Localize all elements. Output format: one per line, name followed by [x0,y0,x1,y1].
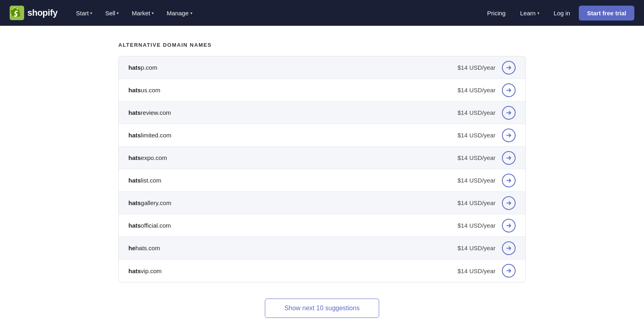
domain-name: hatsp.com [128,64,458,71]
domain-bold: he [128,245,136,251]
domain-rest: limited.com [141,132,171,139]
chevron-down-icon: ▾ [152,11,154,15]
arrow-right-icon [506,133,512,138]
domain-row: hatsreview.com $14 USD/year [119,102,525,124]
arrow-right-icon [506,200,512,206]
domain-price: $14 USD/year [458,222,495,229]
domain-row: hatsus.com $14 USD/year [119,79,525,102]
domain-select-button[interactable] [502,174,516,187]
domain-bold: hats [128,222,141,229]
domain-price: $14 USD/year [458,177,495,184]
nav-pricing[interactable]: Pricing [481,6,511,20]
arrow-right-icon [506,245,512,251]
domain-select-button[interactable] [502,264,516,278]
arrow-right-icon [506,65,512,71]
show-next-button[interactable]: Show next 10 suggestions [265,299,380,318]
nav-start[interactable]: Start ▾ [70,6,98,20]
chevron-down-icon: ▾ [117,11,119,15]
domain-price: $14 USD/year [458,132,495,139]
domain-price: $14 USD/year [458,87,495,93]
domain-select-button[interactable] [502,83,516,97]
arrow-right-icon [506,87,512,93]
arrow-right-icon [506,178,512,183]
domain-bold: hats [128,154,141,161]
arrow-right-icon [506,110,512,116]
domain-name: hatsus.com [128,87,458,93]
domain-bold: hats [128,177,141,184]
domain-rest: p.com [141,64,157,71]
nav-sell[interactable]: Sell ▾ [99,6,124,20]
navbar: shopify Start ▾ Sell ▾ Market ▾ Manage ▾… [0,0,644,26]
domain-select-button[interactable] [502,129,516,142]
arrow-right-icon [506,268,512,274]
domain-select-button[interactable] [502,196,516,210]
domain-rest: us.com [141,87,160,93]
domain-row: hatslist.com $14 USD/year [119,169,525,192]
domain-rest: review.com [141,109,171,116]
domain-select-button[interactable] [502,241,516,255]
domain-name: hatsgallery.com [128,199,458,206]
chevron-down-icon: ▾ [537,11,539,15]
domain-price: $14 USD/year [458,245,495,251]
domain-row: hatslimited.com $14 USD/year [119,124,525,147]
domain-rest: hats.com [136,245,160,251]
domain-select-button[interactable] [502,219,516,232]
domain-name: hehats.com [128,245,458,251]
nav-manage[interactable]: Manage ▾ [161,6,198,20]
domain-row: hatsvip.com $14 USD/year [119,259,525,282]
nav-primary: Start ▾ Sell ▾ Market ▾ Manage ▾ [70,6,198,20]
domain-name: hatsvip.com [128,268,458,274]
arrow-right-icon [506,155,512,161]
chevron-down-icon: ▾ [90,11,92,15]
domain-rest: expo.com [141,154,167,161]
domain-bold: hats [128,268,141,274]
start-trial-button[interactable]: Start free trial [579,6,634,21]
domain-row: hatsp.com $14 USD/year [119,56,525,79]
domain-rest: official.com [141,222,171,229]
domain-list: hatsp.com $14 USD/year hatsus.com $14 US… [118,56,526,282]
domain-bold: hats [128,199,141,206]
nav-right: Pricing Learn ▾ Log in Start free trial [481,6,634,21]
domain-rest: gallery.com [141,199,171,206]
show-more-wrap: Show next 10 suggestions [118,299,526,318]
domain-price: $14 USD/year [458,109,495,116]
domain-price: $14 USD/year [458,199,495,206]
domain-bold: hats [128,109,141,116]
domain-select-button[interactable] [502,151,516,165]
domain-name: hatsexpo.com [128,154,458,161]
domain-bold: hats [128,64,141,71]
domain-price: $14 USD/year [458,154,495,161]
domain-bold: hats [128,87,141,93]
domain-price: $14 USD/year [458,64,495,71]
domain-name: hatslist.com [128,177,458,184]
domain-rest: list.com [141,177,161,184]
domain-price: $14 USD/year [458,268,495,274]
section-title: ALTERNATIVE DOMAIN NAMES [118,42,526,48]
domain-name: hatsofficial.com [128,222,458,229]
domain-select-button[interactable] [502,106,516,120]
nav-learn[interactable]: Learn ▾ [514,6,545,20]
shopify-logo-icon [10,6,24,20]
logo[interactable]: shopify [10,6,58,20]
logo-text: shopify [27,8,58,18]
domain-name: hatsreview.com [128,109,458,116]
nav-login[interactable]: Log in [548,6,576,20]
domain-row: hatsgallery.com $14 USD/year [119,192,525,214]
domain-row: hehats.com $14 USD/year [119,237,525,259]
domain-row: hatsofficial.com $14 USD/year [119,214,525,237]
domain-select-button[interactable] [502,61,516,75]
domain-bold: hats [128,132,141,139]
domain-rest: vip.com [141,268,162,274]
chevron-down-icon: ▾ [190,11,192,15]
nav-market[interactable]: Market ▾ [126,6,159,20]
domain-name: hatslimited.com [128,132,458,139]
arrow-right-icon [506,223,512,228]
domain-row: hatsexpo.com $14 USD/year [119,147,525,169]
main-content: ALTERNATIVE DOMAIN NAMES hatsp.com $14 U… [109,26,535,332]
